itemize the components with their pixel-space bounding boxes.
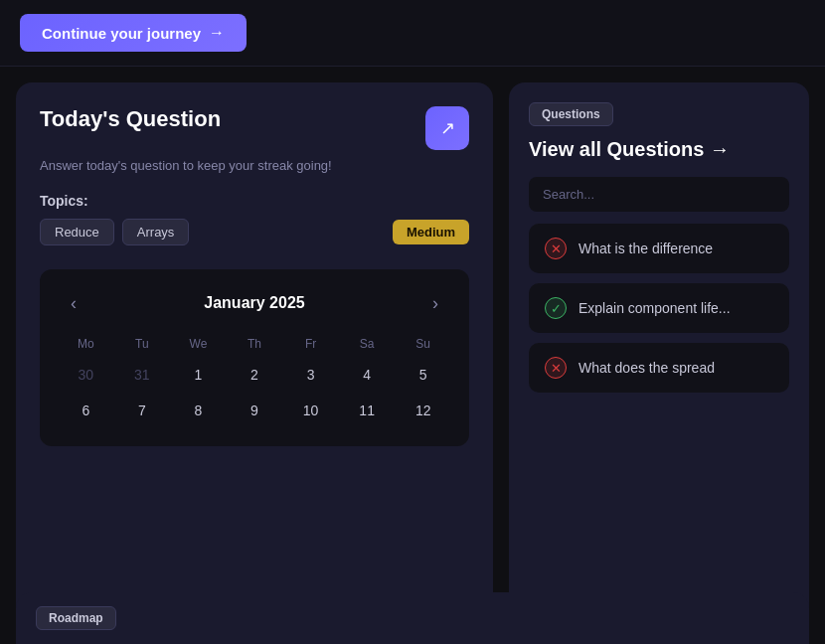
calendar-grid: Mo Tu We Th Fr Sa Su 30 31 1 2 3 4 5 6 7…	[60, 333, 449, 426]
search-bar[interactable]: Search...	[529, 177, 789, 212]
cal-header-su: Su	[397, 333, 449, 355]
cal-day-31[interactable]: 31	[116, 359, 169, 391]
cal-day-6[interactable]: 6	[60, 395, 112, 426]
search-placeholder: Search...	[543, 187, 594, 202]
cal-day-30[interactable]: 30	[60, 359, 112, 391]
tag-arrays[interactable]: Arrays	[122, 219, 190, 245]
cal-day-7[interactable]: 7	[116, 395, 169, 426]
cal-day-5[interactable]: 5	[397, 359, 449, 391]
card-subtitle: Answer today's question to keep your str…	[40, 158, 469, 173]
cal-day-10[interactable]: 10	[284, 395, 337, 426]
wrong-symbol-2: ✕	[551, 361, 562, 376]
calendar-month-year: January 2025	[204, 294, 304, 312]
cal-day-4[interactable]: 4	[341, 359, 394, 391]
continue-journey-button[interactable]: Continue your journey →	[20, 14, 247, 52]
questions-badge: Questions	[529, 102, 613, 126]
calendar-prev-button[interactable]: ‹	[60, 289, 87, 317]
difficulty-badge: Medium	[393, 220, 469, 244]
cal-header-mo: Mo	[60, 333, 112, 355]
external-link-icon: ↗	[440, 117, 455, 139]
status-icon-wrong-2: ✕	[545, 357, 567, 379]
continue-journey-label: Continue your journey	[42, 25, 201, 42]
external-link-button[interactable]: ↗	[425, 106, 469, 150]
calendar: ‹ January 2025 › Mo Tu We Th Fr Sa Su 30…	[40, 269, 469, 446]
topics-label: Topics:	[40, 193, 469, 209]
continue-journey-arrow: →	[209, 24, 225, 42]
tag-reduce[interactable]: Reduce	[40, 219, 114, 245]
cal-day-11[interactable]: 11	[341, 395, 394, 426]
wrong-symbol-0: ✕	[551, 242, 562, 256]
cal-day-3[interactable]: 3	[284, 359, 337, 391]
cal-day-2[interactable]: 2	[229, 359, 281, 391]
calendar-header: ‹ January 2025 ›	[60, 289, 449, 317]
cal-day-8[interactable]: 8	[172, 395, 225, 426]
question-item-0[interactable]: ✕ What is the difference	[529, 224, 789, 273]
tags-container: Reduce Arrays	[40, 219, 189, 245]
bottom-section: Roadmap	[16, 592, 809, 644]
cal-header-we: We	[172, 333, 225, 355]
cal-header-tu: Tu	[116, 333, 169, 355]
tags-row: Reduce Arrays Medium	[40, 219, 469, 245]
cal-day-1[interactable]: 1	[172, 359, 225, 391]
prev-icon: ‹	[71, 293, 77, 314]
question-text-2: What does the spread	[578, 360, 715, 376]
question-text-1: Explain component life...	[578, 300, 731, 316]
card-title: Today's Question	[40, 106, 221, 132]
cal-day-12[interactable]: 12	[397, 395, 449, 426]
view-all-title[interactable]: View all Questions →	[529, 138, 789, 161]
cal-header-sa: Sa	[341, 333, 394, 355]
cal-header-th: Th	[229, 333, 281, 355]
cal-day-9[interactable]: 9	[229, 395, 281, 426]
card-header: Today's Question ↗	[40, 106, 469, 150]
status-icon-wrong-0: ✕	[545, 238, 567, 259]
today-question-card: Today's Question ↗ Answer today's questi…	[16, 82, 493, 627]
right-panel: Questions View all Questions → Search...…	[509, 82, 809, 627]
question-item-2[interactable]: ✕ What does the spread	[529, 343, 789, 393]
roadmap-badge: Roadmap	[36, 606, 116, 630]
cal-header-fr: Fr	[284, 333, 337, 355]
next-icon: ›	[432, 293, 438, 314]
question-item-1[interactable]: ✓ Explain component life...	[529, 283, 789, 333]
top-bar: Continue your journey →	[0, 0, 825, 67]
status-icon-correct-1: ✓	[545, 297, 567, 319]
main-content: Today's Question ↗ Answer today's questi…	[0, 67, 825, 643]
correct-symbol-1: ✓	[551, 301, 562, 316]
question-text-0: What is the difference	[578, 241, 713, 256]
calendar-next-button[interactable]: ›	[421, 289, 449, 317]
